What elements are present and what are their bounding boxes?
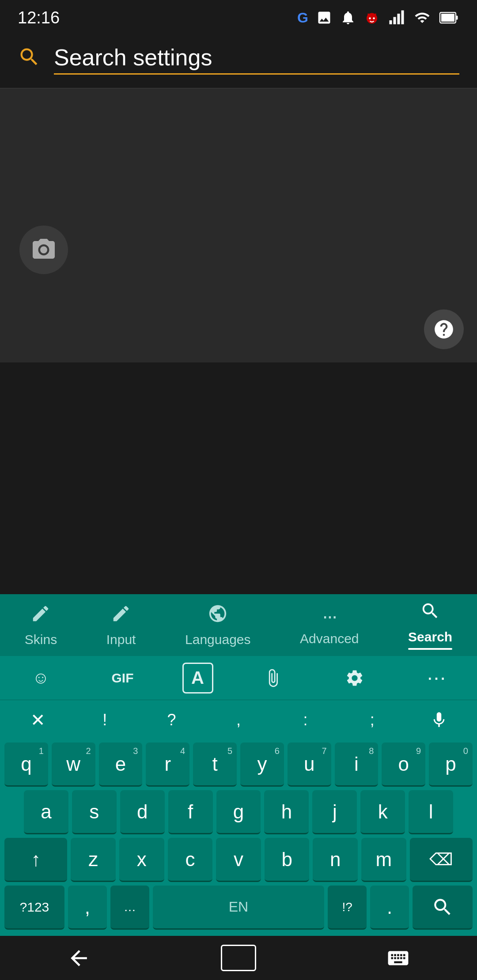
shift-key[interactable]: ↑ bbox=[4, 838, 67, 882]
battery-icon bbox=[439, 10, 459, 26]
devil-icon bbox=[364, 10, 380, 26]
key-row-4: ?123 , … EN !? . bbox=[4, 886, 473, 930]
svg-point-2 bbox=[373, 17, 375, 19]
key-x[interactable]: x bbox=[119, 838, 164, 882]
key-j[interactable]: j bbox=[312, 790, 357, 834]
key-y[interactable]: 6y bbox=[240, 743, 284, 787]
key-c[interactable]: c bbox=[168, 838, 213, 882]
key-n[interactable]: n bbox=[313, 838, 358, 882]
svg-rect-5 bbox=[398, 14, 400, 24]
semicolon-key[interactable]: ; bbox=[339, 705, 405, 735]
nav-tab-search[interactable]: Search bbox=[399, 596, 461, 654]
key-e[interactable]: 3e bbox=[99, 743, 143, 787]
nav-tab-advanced[interactable]: ··· Advanced bbox=[291, 599, 367, 651]
more-button[interactable]: ⋯ bbox=[414, 660, 458, 696]
key-l[interactable]: l bbox=[409, 790, 453, 834]
keyboard-toolbar: ☺ GIF A ⋯ bbox=[0, 656, 477, 700]
svg-rect-3 bbox=[390, 20, 392, 24]
text-format-button[interactable]: A bbox=[182, 663, 213, 694]
content-area bbox=[0, 89, 477, 362]
settings-button[interactable] bbox=[333, 660, 377, 696]
key-row-3: ↑ z x c v b n m ⌫ bbox=[4, 838, 473, 882]
num-toggle-key[interactable]: ?123 bbox=[4, 886, 64, 930]
key-d[interactable]: d bbox=[120, 790, 165, 834]
key-row-1: 1q 2w 3e 4r 5t 6y 7u 8i 9o 0p bbox=[4, 743, 473, 787]
colon-key[interactable]: : bbox=[272, 705, 339, 735]
input-icon bbox=[111, 603, 131, 629]
period-key[interactable]: . bbox=[370, 886, 409, 930]
exclaim-key[interactable]: ! bbox=[71, 705, 138, 735]
svg-rect-4 bbox=[394, 17, 396, 25]
comma-bottom-key[interactable]: , bbox=[68, 886, 107, 930]
close-row-button[interactable]: ✕ bbox=[4, 705, 71, 735]
gif-button[interactable]: GIF bbox=[101, 660, 145, 696]
notification-icon bbox=[340, 10, 356, 26]
svg-point-1 bbox=[369, 17, 371, 19]
back-button[interactable] bbox=[63, 942, 94, 973]
home-button[interactable] bbox=[221, 945, 256, 971]
status-icons: G bbox=[297, 10, 459, 26]
key-k[interactable]: k bbox=[360, 790, 405, 834]
key-u[interactable]: 7u bbox=[288, 743, 331, 787]
google-icon: G bbox=[297, 10, 308, 26]
enter-search-key[interactable] bbox=[413, 886, 473, 930]
key-v[interactable]: v bbox=[216, 838, 261, 882]
keyboard-keys: 1q 2w 3e 4r 5t 6y 7u 8i 9o 0p a s d f g … bbox=[0, 740, 477, 936]
active-tab-underline bbox=[408, 648, 452, 650]
key-w[interactable]: 2w bbox=[52, 743, 95, 787]
search-bar-area bbox=[0, 35, 477, 89]
key-g[interactable]: g bbox=[216, 790, 261, 834]
help-button[interactable] bbox=[424, 309, 464, 349]
key-row-2: a s d f g h j k l bbox=[4, 790, 473, 834]
keyboard-toggle-button[interactable] bbox=[383, 942, 414, 973]
signal-icon bbox=[388, 10, 405, 26]
languages-icon bbox=[208, 603, 228, 629]
key-q[interactable]: 1q bbox=[4, 743, 48, 787]
image-icon bbox=[316, 10, 332, 26]
advanced-label: Advanced bbox=[300, 631, 359, 646]
comma-key[interactable]: , bbox=[205, 705, 272, 735]
keyboard-container: Skins Input Languages ··· Advanced Searc… bbox=[0, 594, 477, 980]
skins-label: Skins bbox=[25, 632, 57, 647]
search-nav-icon bbox=[420, 601, 440, 626]
key-b[interactable]: b bbox=[265, 838, 310, 882]
input-label: Input bbox=[106, 632, 136, 647]
key-m[interactable]: m bbox=[361, 838, 406, 882]
space-key[interactable]: EN bbox=[153, 886, 324, 930]
key-h[interactable]: h bbox=[264, 790, 309, 834]
skins-icon bbox=[30, 603, 51, 629]
advanced-icon: ··· bbox=[322, 604, 337, 628]
status-time: 12:16 bbox=[18, 8, 60, 27]
backspace-key[interactable]: ⌫ bbox=[410, 838, 473, 882]
key-t[interactable]: 5t bbox=[193, 743, 237, 787]
camera-fab-button[interactable] bbox=[19, 226, 68, 274]
key-r[interactable]: 4r bbox=[146, 743, 189, 787]
mic-button[interactable] bbox=[406, 705, 473, 735]
key-o[interactable]: 9o bbox=[382, 743, 425, 787]
search-icon bbox=[18, 45, 41, 74]
more-bottom-key[interactable]: … bbox=[110, 886, 149, 930]
emoji-button[interactable]: ☺ bbox=[19, 660, 63, 696]
languages-label: Languages bbox=[185, 632, 250, 647]
key-p[interactable]: 0p bbox=[429, 743, 473, 787]
key-s[interactable]: s bbox=[72, 790, 117, 834]
nav-tab-skins[interactable]: Skins bbox=[16, 599, 66, 652]
status-bar: 12:16 G bbox=[0, 0, 477, 35]
interrobang-key[interactable]: !? bbox=[328, 886, 367, 930]
svg-rect-9 bbox=[456, 16, 458, 20]
search-label: Search bbox=[408, 629, 452, 645]
nav-tab-languages[interactable]: Languages bbox=[176, 599, 259, 652]
bottom-nav-bar bbox=[0, 936, 477, 980]
key-i[interactable]: 8i bbox=[335, 743, 379, 787]
question-key[interactable]: ? bbox=[138, 705, 205, 735]
svg-rect-6 bbox=[401, 11, 404, 25]
clip-button[interactable] bbox=[251, 660, 295, 696]
key-z[interactable]: z bbox=[71, 838, 116, 882]
key-f[interactable]: f bbox=[168, 790, 213, 834]
svg-rect-8 bbox=[441, 14, 454, 22]
key-a[interactable]: a bbox=[24, 790, 68, 834]
symbol-row: ✕ ! ? , : ; bbox=[0, 700, 477, 740]
nav-tab-input[interactable]: Input bbox=[98, 599, 145, 652]
wifi-icon bbox=[413, 10, 431, 26]
search-input[interactable] bbox=[54, 44, 459, 75]
